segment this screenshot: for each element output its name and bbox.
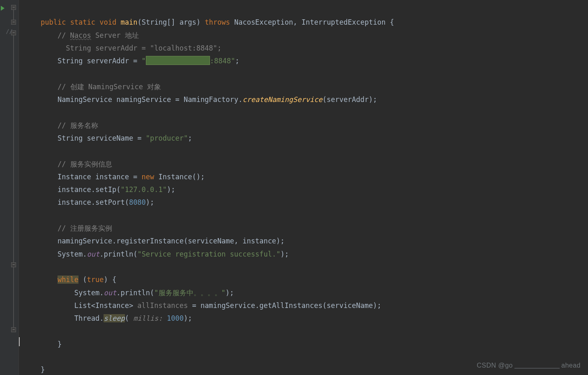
- code-line: [24, 108, 28, 116]
- code-line: // 服务名称: [24, 121, 98, 130]
- code-line: String serverAddr = "localhost:8848";: [24, 44, 221, 52]
- code-line: instance.setPort(8080);: [24, 198, 154, 206]
- code-line: public static void main(String[] args) t…: [24, 18, 394, 26]
- code-line: System.out.println("Service registration…: [24, 250, 289, 258]
- code-line: }: [24, 366, 45, 374]
- fold-toggle-icon[interactable]: [11, 262, 16, 267]
- code-editor[interactable]: // public static void main(String[] args…: [0, 0, 588, 375]
- code-area[interactable]: public static void main(String[] args) t…: [19, 0, 588, 375]
- redacted-ip: [146, 56, 210, 65]
- code-line: // 创建 NamingService 对象: [24, 83, 161, 91]
- code-line: List<Instance> allInstances = namingServ…: [24, 301, 381, 310]
- gutter-comment-marker: //: [6, 28, 13, 35]
- fold-toggle-icon[interactable]: [11, 20, 16, 25]
- gutter: //: [0, 0, 19, 375]
- text-caret: [19, 337, 20, 346]
- code-line: String serverAddr = ":8848";: [24, 57, 240, 65]
- code-line: while (true) {: [24, 275, 116, 284]
- code-line: System.out.println("服务服务中。。。。");: [24, 289, 234, 297]
- watermark: CSDN @goahead: [477, 362, 581, 369]
- fold-toggle-icon[interactable]: [11, 327, 16, 332]
- code-line: [24, 211, 28, 220]
- code-line: [24, 263, 28, 271]
- code-line: // Nacos Server 地址: [24, 31, 139, 39]
- code-line: [24, 147, 28, 155]
- code-line: NamingService namingService = NamingFact…: [24, 95, 377, 104]
- run-gutter-icon[interactable]: [1, 6, 5, 11]
- code-line: [24, 353, 28, 361]
- fold-toggle-icon[interactable]: [11, 5, 16, 10]
- code-line: namingService.registerInstance(serviceNa…: [24, 237, 285, 245]
- code-line: String serviceName = "producer";: [24, 134, 192, 142]
- code-line: instance.setIp("127.0.0.1");: [24, 185, 175, 194]
- code-line: [24, 327, 28, 335]
- code-line: // 服务实例信息: [24, 160, 112, 168]
- code-line: Thread.sleep( millis: 1000);: [24, 314, 192, 322]
- code-line: // 注册服务实例: [24, 224, 112, 232]
- code-line: Instance instance = new Instance();: [24, 173, 205, 181]
- code-line: [24, 69, 28, 78]
- code-line: }: [24, 340, 62, 348]
